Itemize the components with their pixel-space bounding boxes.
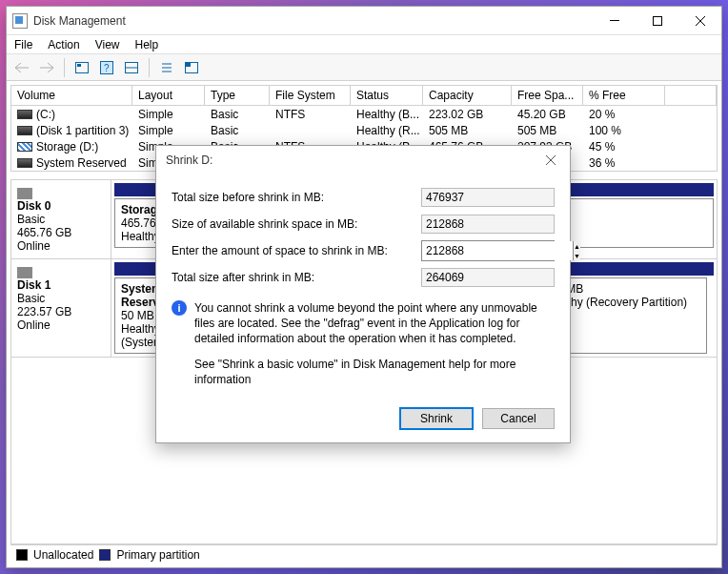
swatch-unallocated (16, 549, 28, 561)
dialog-close-button[interactable] (532, 146, 570, 174)
toolbar: ? (7, 54, 721, 81)
column-header[interactable]: Capacity (423, 86, 512, 105)
volume-row[interactable]: (Disk 1 partition 3)SimpleBasicHealthy (… (11, 122, 717, 138)
svg-text:?: ? (104, 63, 110, 73)
disk-icon (17, 110, 32, 119)
legend: Unallocated Primary partition (10, 544, 718, 564)
legend-unallocated: Unallocated (33, 548, 93, 562)
dialog-value: 476937 (421, 188, 555, 207)
dialog-title: Shrink D: (166, 154, 532, 167)
app-icon (12, 13, 28, 29)
menu-view[interactable]: View (95, 38, 120, 51)
shrink-amount-input[interactable] (422, 241, 573, 260)
dialog-label: Size of available shrink space in MB: (172, 217, 421, 231)
column-header[interactable]: Volume (11, 86, 132, 105)
column-header[interactable]: Status (351, 86, 423, 105)
forward-button[interactable] (35, 57, 58, 78)
spinner-down[interactable]: ▼ (574, 251, 580, 260)
dialog-label: Enter the amount of space to shrink in M… (172, 244, 421, 257)
spinner-up[interactable]: ▲ (574, 241, 580, 251)
column-header[interactable]: Layout (132, 86, 205, 105)
svg-rect-3 (77, 64, 81, 67)
dialog-buttons: Shrink Cancel (156, 400, 570, 442)
help-text: See "Shrink a basic volume" in Disk Mana… (194, 357, 555, 387)
separator (64, 58, 65, 77)
dialog-label: Total size before shrink in MB: (172, 191, 421, 204)
column-header[interactable]: File System (270, 86, 351, 105)
shrink-button[interactable]: Shrink (400, 408, 473, 429)
column-header[interactable]: Free Spa... (512, 86, 583, 105)
legend-primary: Primary partition (116, 548, 199, 562)
column-header[interactable]: Type (205, 86, 270, 105)
dialog-value: 264069 (421, 268, 555, 287)
dialog-label: Total size after shrink in MB: (172, 271, 421, 284)
titlebar: Disk Management (7, 7, 721, 35)
svg-rect-1 (653, 16, 661, 25)
shrink-dialog: Shrink D: Total size before shrink in MB… (155, 145, 571, 443)
volume-table-header: VolumeLayoutTypeFile SystemStatusCapacit… (10, 85, 718, 106)
volume-row[interactable]: (C:)SimpleBasicNTFSHealthy (B...223.02 G… (11, 106, 717, 122)
info-text: You cannot shrink a volume beyond the po… (194, 300, 555, 347)
menu-action[interactable]: Action (48, 38, 79, 51)
menu-file[interactable]: File (14, 38, 32, 51)
toolbar-icon-2[interactable] (120, 57, 143, 78)
column-header[interactable]: % Free (583, 86, 665, 105)
help-icon[interactable]: ? (95, 57, 118, 78)
toolbar-icon-3[interactable] (155, 57, 178, 78)
toolbar-icon-1[interactable] (71, 57, 93, 78)
swatch-primary (99, 549, 111, 561)
svg-rect-0 (610, 20, 619, 21)
info-icon: i (172, 300, 187, 316)
separator (149, 58, 150, 77)
dialog-titlebar: Shrink D: (156, 146, 570, 174)
shrink-amount-spinner[interactable]: ▲▼ (421, 240, 555, 261)
disk-icon (17, 142, 32, 152)
disk-icon (17, 158, 32, 168)
dialog-value: 212868 (421, 215, 555, 234)
close-button[interactable] (678, 7, 721, 35)
dialog-body: Total size before shrink in MB:476937Siz… (156, 174, 570, 400)
toolbar-icon-4[interactable] (180, 57, 203, 78)
menu-help[interactable]: Help (135, 38, 159, 51)
menubar: File Action View Help (7, 35, 721, 54)
cancel-button[interactable]: Cancel (482, 408, 555, 429)
minimize-button[interactable] (593, 7, 636, 35)
window-title: Disk Management (33, 14, 593, 28)
maximize-button[interactable] (636, 7, 678, 35)
disk-icon (17, 126, 32, 135)
back-button[interactable] (10, 57, 33, 78)
svg-rect-9 (186, 63, 191, 67)
